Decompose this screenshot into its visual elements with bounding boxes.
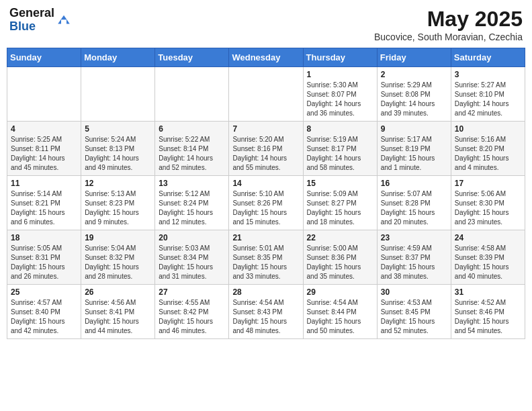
calendar-cell: [229, 67, 303, 122]
weekday-header-wednesday: Wednesday: [229, 48, 303, 67]
day-number: 29: [307, 287, 373, 297]
calendar-cell: 27Sunrise: 4:55 AMSunset: 8:42 PMDayligh…: [155, 285, 229, 339]
day-number: 16: [381, 179, 447, 188]
day-number: 4: [11, 124, 77, 134]
day-number: 22: [307, 233, 373, 242]
day-info: Sunrise: 4:54 AMSunset: 8:43 PMDaylight:…: [232, 298, 299, 336]
weekday-header-row: SundayMondayTuesdayWednesdayThursdayFrid…: [7, 48, 525, 67]
day-number: 12: [85, 179, 151, 188]
calendar-cell: 2Sunrise: 5:29 AMSunset: 8:08 PMDaylight…: [377, 67, 451, 122]
calendar-cell: 14Sunrise: 5:10 AMSunset: 8:26 PMDayligh…: [229, 176, 303, 230]
day-info: Sunrise: 5:20 AMSunset: 8:16 PMDaylight:…: [232, 135, 299, 173]
day-info: Sunrise: 5:06 AMSunset: 8:30 PMDaylight:…: [455, 189, 521, 227]
calendar-cell: 10Sunrise: 5:16 AMSunset: 8:20 PMDayligh…: [451, 122, 525, 176]
day-number: 25: [11, 287, 77, 297]
day-number: 18: [11, 233, 77, 242]
calendar-cell: 30Sunrise: 4:53 AMSunset: 8:45 PMDayligh…: [377, 285, 451, 339]
calendar-cell: 8Sunrise: 5:19 AMSunset: 8:17 PMDaylight…: [303, 122, 377, 176]
calendar-cell: 5Sunrise: 5:24 AMSunset: 8:13 PMDaylight…: [81, 122, 155, 176]
day-info: Sunrise: 5:07 AMSunset: 8:28 PMDaylight:…: [381, 189, 447, 227]
day-number: 28: [232, 287, 299, 297]
day-info: Sunrise: 5:29 AMSunset: 8:08 PMDaylight:…: [381, 81, 447, 118]
weekday-header-monday: Monday: [81, 48, 155, 67]
calendar-cell: 29Sunrise: 4:54 AMSunset: 8:44 PMDayligh…: [303, 285, 377, 339]
weekday-header-saturday: Saturday: [451, 48, 525, 67]
calendar-cell: 24Sunrise: 4:58 AMSunset: 8:39 PMDayligh…: [451, 230, 525, 285]
day-number: 27: [159, 287, 225, 297]
day-info: Sunrise: 5:09 AMSunset: 8:27 PMDaylight:…: [307, 189, 373, 227]
calendar-table: SundayMondayTuesdayWednesdayThursdayFrid…: [7, 48, 525, 339]
calendar-cell: 4Sunrise: 5:25 AMSunset: 8:11 PMDaylight…: [7, 122, 81, 176]
calendar-cell: 25Sunrise: 4:57 AMSunset: 8:40 PMDayligh…: [7, 285, 81, 339]
day-info: Sunrise: 4:59 AMSunset: 8:37 PMDaylight:…: [381, 244, 447, 281]
calendar-cell: [7, 67, 81, 122]
day-number: 3: [455, 70, 521, 79]
main-title: May 2025: [374, 7, 523, 32]
weekday-header-friday: Friday: [377, 48, 451, 67]
logo: General Blue: [9, 7, 72, 34]
day-info: Sunrise: 5:24 AMSunset: 8:13 PMDaylight:…: [85, 135, 151, 173]
calendar-cell: [155, 67, 229, 122]
calendar-cell: 9Sunrise: 5:17 AMSunset: 8:19 PMDaylight…: [377, 122, 451, 176]
logo-text: General Blue: [9, 7, 54, 34]
day-number: 6: [159, 124, 225, 134]
calendar-cell: 15Sunrise: 5:09 AMSunset: 8:27 PMDayligh…: [303, 176, 377, 230]
day-number: 9: [381, 124, 447, 134]
day-number: 11: [11, 179, 77, 188]
calendar-cell: 22Sunrise: 5:00 AMSunset: 8:36 PMDayligh…: [303, 230, 377, 285]
day-number: 5: [85, 124, 151, 134]
calendar-cell: 18Sunrise: 5:05 AMSunset: 8:31 PMDayligh…: [7, 230, 81, 285]
day-info: Sunrise: 5:19 AMSunset: 8:17 PMDaylight:…: [307, 135, 373, 173]
calendar-row-5: 25Sunrise: 4:57 AMSunset: 8:40 PMDayligh…: [7, 285, 525, 339]
day-number: 24: [455, 233, 521, 242]
day-number: 2: [381, 70, 447, 79]
day-info: Sunrise: 4:56 AMSunset: 8:41 PMDaylight:…: [85, 298, 151, 336]
day-info: Sunrise: 5:05 AMSunset: 8:31 PMDaylight:…: [11, 244, 77, 281]
calendar-cell: 13Sunrise: 5:12 AMSunset: 8:24 PMDayligh…: [155, 176, 229, 230]
day-number: 20: [159, 233, 225, 242]
title-block: May 2025 Bucovice, South Moravian, Czech…: [374, 7, 523, 42]
calendar-cell: 20Sunrise: 5:03 AMSunset: 8:34 PMDayligh…: [155, 230, 229, 285]
calendar-cell: 3Sunrise: 5:27 AMSunset: 8:10 PMDaylight…: [451, 67, 525, 122]
day-info: Sunrise: 5:13 AMSunset: 8:23 PMDaylight:…: [85, 189, 151, 227]
day-number: 21: [232, 233, 299, 242]
day-info: Sunrise: 4:52 AMSunset: 8:46 PMDaylight:…: [455, 298, 521, 336]
day-info: Sunrise: 5:16 AMSunset: 8:20 PMDaylight:…: [455, 135, 521, 173]
weekday-header-tuesday: Tuesday: [155, 48, 229, 67]
weekday-header-sunday: Sunday: [7, 48, 81, 67]
day-info: Sunrise: 4:57 AMSunset: 8:40 PMDaylight:…: [11, 298, 77, 336]
day-info: Sunrise: 5:01 AMSunset: 8:35 PMDaylight:…: [232, 244, 299, 281]
day-number: 17: [455, 179, 521, 188]
day-number: 23: [381, 233, 447, 242]
svg-marker-0: [58, 15, 70, 24]
day-info: Sunrise: 5:00 AMSunset: 8:36 PMDaylight:…: [307, 244, 373, 281]
calendar-cell: 16Sunrise: 5:07 AMSunset: 8:28 PMDayligh…: [377, 176, 451, 230]
day-number: 30: [381, 287, 447, 297]
day-info: Sunrise: 5:17 AMSunset: 8:19 PMDaylight:…: [381, 135, 447, 173]
day-number: 14: [232, 179, 299, 188]
day-info: Sunrise: 4:53 AMSunset: 8:45 PMDaylight:…: [381, 298, 447, 336]
calendar-row-1: 1Sunrise: 5:30 AMSunset: 8:07 PMDaylight…: [7, 67, 525, 122]
day-info: Sunrise: 5:04 AMSunset: 8:32 PMDaylight:…: [85, 244, 151, 281]
calendar-row-4: 18Sunrise: 5:05 AMSunset: 8:31 PMDayligh…: [7, 230, 525, 285]
day-info: Sunrise: 5:03 AMSunset: 8:34 PMDaylight:…: [159, 244, 225, 281]
calendar-cell: 17Sunrise: 5:06 AMSunset: 8:30 PMDayligh…: [451, 176, 525, 230]
calendar-cell: 26Sunrise: 4:56 AMSunset: 8:41 PMDayligh…: [81, 285, 155, 339]
day-number: 8: [307, 124, 373, 134]
day-info: Sunrise: 5:25 AMSunset: 8:11 PMDaylight:…: [11, 135, 77, 173]
day-number: 15: [307, 179, 373, 188]
calendar-cell: 6Sunrise: 5:22 AMSunset: 8:14 PMDaylight…: [155, 122, 229, 176]
calendar-cell: 31Sunrise: 4:52 AMSunset: 8:46 PMDayligh…: [451, 285, 525, 339]
calendar-cell: 19Sunrise: 5:04 AMSunset: 8:32 PMDayligh…: [81, 230, 155, 285]
day-info: Sunrise: 4:55 AMSunset: 8:42 PMDaylight:…: [159, 298, 225, 336]
weekday-header-thursday: Thursday: [303, 48, 377, 67]
calendar-cell: 12Sunrise: 5:13 AMSunset: 8:23 PMDayligh…: [81, 176, 155, 230]
day-number: 19: [85, 233, 151, 242]
calendar-cell: 23Sunrise: 4:59 AMSunset: 8:37 PMDayligh…: [377, 230, 451, 285]
calendar-cell: 28Sunrise: 4:54 AMSunset: 8:43 PMDayligh…: [229, 285, 303, 339]
calendar-cell: 11Sunrise: 5:14 AMSunset: 8:21 PMDayligh…: [7, 176, 81, 230]
day-info: Sunrise: 5:27 AMSunset: 8:10 PMDaylight:…: [455, 81, 521, 118]
day-info: Sunrise: 5:10 AMSunset: 8:26 PMDaylight:…: [232, 189, 299, 227]
calendar-cell: 21Sunrise: 5:01 AMSunset: 8:35 PMDayligh…: [229, 230, 303, 285]
logo-icon: [56, 12, 72, 28]
